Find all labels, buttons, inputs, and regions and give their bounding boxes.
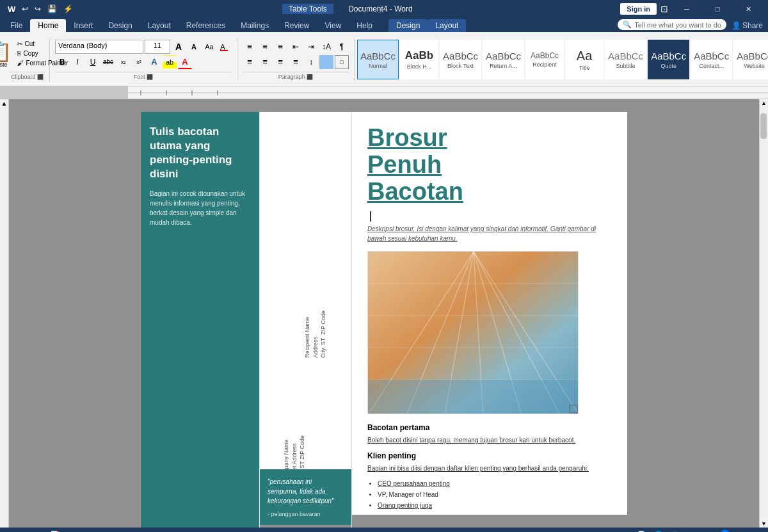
scroll-thumb[interactable] (760, 113, 767, 139)
font-grow-button[interactable]: A (172, 40, 186, 54)
text-effects-button[interactable]: A (147, 55, 161, 69)
font-size-selector[interactable]: 11 (145, 40, 170, 54)
quote-text: "perusahaan ini sempurna, tidak ada keku… (268, 477, 344, 506)
zoom-slider[interactable] (687, 529, 739, 532)
brochure-middle-panel: Recipient NameAddressCity, ST ZIP Code C… (259, 112, 352, 528)
tab-view[interactable]: View (317, 19, 349, 32)
client-1: CEO perusahaan penting (378, 478, 612, 489)
quote-box: "perusahaan ini sempurna, tidak ada keku… (260, 469, 351, 525)
section2-body: Bagian ini bisa diisi dengan daftar klie… (367, 463, 612, 473)
clear-formatting-button[interactable]: A (218, 40, 232, 54)
brochure-description: Deskripsi brosur. Isi dengan kalimat yan… (367, 224, 612, 243)
font-group: Verdana (Body) 11 A A Aa A B I U abc x₂ … (50, 38, 237, 81)
app-title: Document4 - Word (348, 4, 412, 13)
style-contact[interactable]: AaBbCc Contact... (691, 40, 732, 79)
font-shrink-button[interactable]: A (187, 40, 201, 54)
style-website-label: Website (744, 63, 765, 69)
decrease-indent-button[interactable]: ⇤ (289, 40, 303, 54)
title-line3: Bacotan (367, 179, 612, 206)
change-case-button[interactable]: Aa (202, 40, 216, 54)
vertical-scrollbar[interactable]: ▲ ▼ (759, 99, 768, 528)
share-button[interactable]: 👤 Share (732, 21, 763, 30)
table-tools-badge: Table Tools (282, 4, 333, 14)
shading-button[interactable] (319, 55, 333, 69)
scroll-down-button[interactable]: ▼ (760, 520, 768, 528)
status-bar: 230 words 📝 English (United States) 📄 🌐 … (0, 528, 768, 532)
tab-mailings[interactable]: Mailings (233, 19, 276, 32)
tab-review[interactable]: Review (276, 19, 317, 32)
sign-in-button[interactable]: Sign in (620, 3, 657, 15)
tab-design[interactable]: Design (100, 19, 140, 32)
align-left-button[interactable]: ≡ (243, 55, 257, 69)
document-page: Tulis bacotan utama yang penting-penting… (141, 112, 627, 515)
maximize-button[interactable]: □ (703, 0, 732, 18)
style-return-a[interactable]: AaBbCc Return A... (483, 40, 524, 79)
search-icon: 🔍 (623, 20, 632, 29)
building-svg (368, 252, 579, 414)
tab-tt-layout[interactable]: Layout (428, 19, 466, 32)
justify-button[interactable]: ≡ (289, 55, 303, 69)
undo-btn[interactable]: ↩ (20, 3, 29, 15)
tab-insert[interactable]: Insert (66, 19, 100, 32)
style-normal[interactable]: AaBbCc Normal (357, 40, 399, 79)
tab-layout[interactable]: Layout (140, 19, 179, 32)
multilevel-list-button[interactable]: ≡ (273, 40, 287, 54)
redo-btn[interactable]: ↪ (33, 3, 42, 15)
sort-button[interactable]: ↕A (319, 40, 333, 54)
title-bar-left: W ↩ ↪ 💾 ⚡ (5, 3, 74, 15)
tab-file[interactable]: File (3, 19, 30, 32)
ruler-marks (128, 86, 768, 99)
font-bottom-row: B I U abc x₂ x² A ab A (55, 55, 232, 69)
clipboard-group: 📋 Paste ✂ Cut ⎘ Copy 🖌 Format Painter Cl… (5, 38, 50, 81)
align-right-button[interactable]: ≡ (273, 55, 287, 69)
ruler-content-area (128, 86, 768, 99)
style-website[interactable]: AaBbCc Website (733, 40, 768, 79)
increase-indent-button[interactable]: ⇥ (304, 40, 318, 54)
format-painter-icon: 🖌 (17, 60, 24, 67)
style-subtitle-preview: AaBbCc (608, 51, 643, 61)
brochure-layout: Tulis bacotan utama yang penting-penting… (141, 112, 627, 528)
scroll-track[interactable] (760, 107, 768, 520)
show-marks-button[interactable]: ¶ (335, 40, 349, 54)
paste-button[interactable]: 📋 Paste (0, 40, 15, 70)
ribbon-search[interactable]: 🔍 Tell me what you want to do (618, 19, 726, 30)
style-block-h-preview: AaBb (405, 49, 433, 62)
style-title[interactable]: Aa Title (565, 40, 604, 79)
style-subtitle[interactable]: AaBbCc Subtitle (605, 40, 646, 79)
underline-button[interactable]: U (86, 55, 100, 69)
tab-references[interactable]: References (179, 19, 233, 32)
cut-label: Cut (24, 40, 35, 47)
save-btn[interactable]: 💾 (46, 3, 58, 15)
auto-save-btn[interactable]: ⚡ (62, 3, 74, 15)
close-button[interactable]: ✕ (733, 0, 763, 18)
text-cursor (370, 211, 371, 222)
style-recipient[interactable]: AaBbCc Recipient (525, 40, 564, 79)
bullets-button[interactable]: ≡ (243, 40, 257, 54)
line-spacing-button[interactable]: ↕ (304, 55, 318, 69)
align-center-button[interactable]: ≡ (258, 55, 272, 69)
style-quote[interactable]: AaBbCc Quote (648, 40, 689, 79)
tab-help[interactable]: Help (349, 19, 380, 32)
client-list: CEO perusahaan penting VP, Manager of He… (367, 478, 612, 511)
font-name-selector[interactable]: Verdana (Body) (55, 40, 143, 54)
borders-button[interactable]: □ (335, 55, 349, 69)
ribbon-display-btn[interactable]: ⊡ (660, 4, 668, 14)
text-highlight-button[interactable]: ab (163, 55, 177, 69)
bold-button[interactable]: B (55, 55, 69, 69)
document-canvas[interactable]: Tulis bacotan utama yang penting-penting… (9, 99, 759, 528)
minimize-button[interactable]: ─ (672, 0, 701, 18)
ribbon-toolbar: 📋 Paste ✂ Cut ⎘ Copy 🖌 Format Painter Cl… (0, 32, 768, 86)
font-color-button[interactable]: A (178, 55, 192, 69)
scroll-up-button[interactable]: ▲ (760, 99, 768, 107)
tab-tt-design[interactable]: Design (388, 19, 428, 32)
subscript-button[interactable]: x₂ (116, 55, 131, 69)
tab-home[interactable]: Home (30, 19, 66, 32)
superscript-button[interactable]: x² (132, 55, 146, 69)
scroll-up-arrow[interactable]: ▲ (1, 99, 8, 107)
title-line1: Brosur (367, 125, 612, 152)
italic-button[interactable]: I (70, 55, 84, 69)
strikethrough-button[interactable]: abc (101, 55, 115, 69)
numbering-button[interactable]: ≡ (258, 40, 272, 54)
style-block-h[interactable]: AaBb Block H... (400, 40, 438, 79)
style-block-text[interactable]: AaBbCc Block Text (440, 40, 481, 79)
